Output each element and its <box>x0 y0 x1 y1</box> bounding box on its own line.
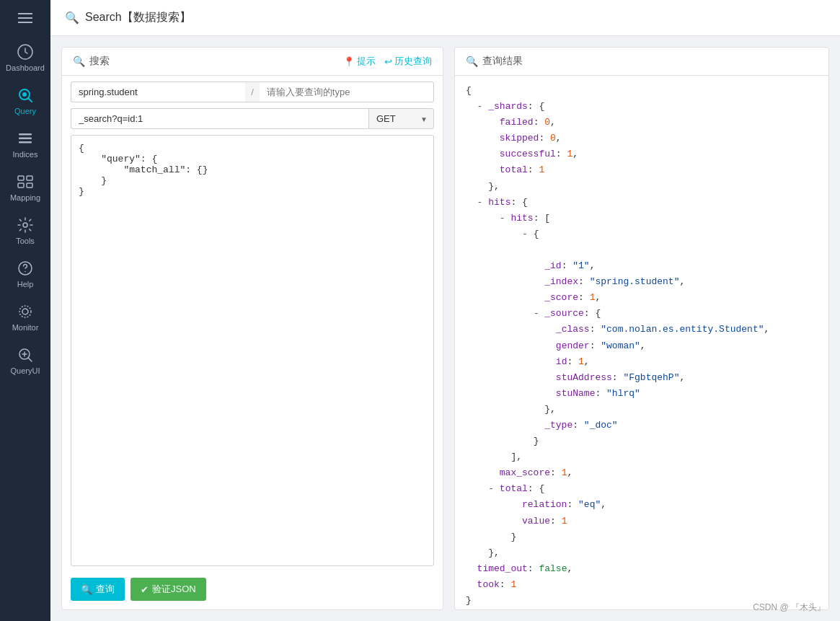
header: 🔍 Search【数据搜索】 <box>50 0 840 36</box>
validate-button-label: 验证JSON <box>152 583 196 596</box>
dashboard-icon <box>17 43 34 61</box>
svg-rect-7 <box>18 176 24 180</box>
search-icon-small: 🔍 <box>73 56 85 67</box>
result-code: { - _shards: { failed: 0, skipped: 0, su… <box>466 83 818 609</box>
sidebar-item-help[interactable]: Help <box>0 252 50 296</box>
right-panel: 🔍 查询结果 { - _shards: { failed: 0, skipped… <box>454 47 829 610</box>
svg-rect-4 <box>19 133 32 136</box>
sidebar-item-mapping[interactable]: Mapping <box>0 166 50 209</box>
main-content: 🔍 Search【数据搜索】 🔍 搜索 📍 提示 ↩ 历史查询 <box>50 0 840 621</box>
history-label: 历史查询 <box>394 55 432 68</box>
button-row: 🔍 查询 ✔ 验证JSON <box>62 572 443 609</box>
svg-point-13 <box>25 271 26 273</box>
left-panel: 🔍 搜索 📍 提示 ↩ 历史查询 / <box>61 47 443 610</box>
svg-line-3 <box>28 98 32 102</box>
hamburger-icon <box>18 13 32 23</box>
type-input[interactable] <box>260 82 434 102</box>
sidebar-label-mapping: Mapping <box>10 193 40 202</box>
queryui-icon <box>17 346 34 364</box>
left-panel-header: 🔍 搜索 📍 提示 ↩ 历史查询 <box>62 48 443 76</box>
query-icon <box>17 87 34 104</box>
validate-button[interactable]: ✔ 验证JSON <box>131 578 206 601</box>
query-editor[interactable]: { "query": { "match_all": {} } } <box>71 135 434 566</box>
sidebar-item-queryui[interactable]: QueryUI <box>0 339 50 382</box>
method-row: GET POST PUT DELETE ▼ <box>62 108 443 135</box>
hint-icon: 📍 <box>343 56 355 67</box>
search-label-area: 🔍 搜索 <box>73 55 110 68</box>
right-panel-header: 🔍 查询结果 <box>455 48 828 76</box>
sidebar-item-monitor[interactable]: Monitor <box>0 296 50 339</box>
search-label: 搜索 <box>89 55 110 68</box>
sidebar-item-indices[interactable]: Indices <box>0 123 50 166</box>
method-select-wrapper: GET POST PUT DELETE ▼ <box>368 108 434 129</box>
svg-rect-5 <box>19 138 32 140</box>
index-input[interactable] <box>71 82 245 102</box>
query-button[interactable]: 🔍 查询 <box>71 578 125 601</box>
page-title: Search【数据搜索】 <box>85 10 191 25</box>
svg-point-11 <box>23 223 27 227</box>
result-search-icon: 🔍 <box>466 56 478 67</box>
hint-label: 提示 <box>357 55 376 68</box>
svg-rect-8 <box>27 176 32 180</box>
sidebar-label-indices: Indices <box>13 150 38 159</box>
slash-divider: / <box>245 82 260 102</box>
endpoint-input[interactable] <box>71 108 368 129</box>
hint-link[interactable]: 📍 提示 <box>343 55 376 68</box>
mapping-icon <box>17 173 34 190</box>
svg-rect-9 <box>18 183 24 188</box>
index-type-row: / <box>62 76 443 108</box>
svg-point-14 <box>22 309 28 314</box>
result-content: { - _shards: { failed: 0, skipped: 0, su… <box>455 76 828 609</box>
header-search-icon: 🔍 <box>65 11 79 25</box>
sidebar-item-query[interactable]: Query <box>0 79 50 123</box>
svg-rect-10 <box>27 183 32 188</box>
query-button-label: 查询 <box>96 583 115 596</box>
monitor-icon <box>17 303 34 320</box>
query-search-icon: 🔍 <box>81 584 92 595</box>
sidebar-label-queryui: QueryUI <box>11 366 40 375</box>
indices-icon <box>17 130 34 147</box>
svg-point-2 <box>22 92 27 97</box>
sidebar: Dashboard Query Indices Mapping <box>0 0 50 621</box>
header-actions: 📍 提示 ↩ 历史查询 <box>343 55 432 68</box>
svg-line-17 <box>28 358 32 361</box>
sidebar-label-help: Help <box>17 280 34 289</box>
help-icon <box>17 260 34 277</box>
watermark: CSDN @ 『木头』 <box>753 602 826 614</box>
sidebar-label-dashboard: Dashboard <box>6 63 45 72</box>
validate-check-icon: ✔ <box>141 584 149 595</box>
history-link[interactable]: ↩ 历史查询 <box>384 55 432 68</box>
tools-icon <box>17 216 34 234</box>
sidebar-item-dashboard[interactable]: Dashboard <box>0 36 50 79</box>
svg-point-15 <box>19 306 31 317</box>
result-label: 查询结果 <box>482 55 523 68</box>
sidebar-label-tools: Tools <box>16 237 35 245</box>
history-icon: ↩ <box>384 56 392 67</box>
sidebar-item-tools[interactable]: Tools <box>0 209 50 252</box>
method-select[interactable]: GET POST PUT DELETE <box>369 109 433 128</box>
sidebar-label-monitor: Monitor <box>12 323 39 332</box>
sidebar-label-query: Query <box>14 107 36 115</box>
hamburger-menu[interactable] <box>0 0 50 36</box>
svg-rect-6 <box>19 141 32 144</box>
content-area: 🔍 搜索 📍 提示 ↩ 历史查询 / <box>50 36 840 621</box>
